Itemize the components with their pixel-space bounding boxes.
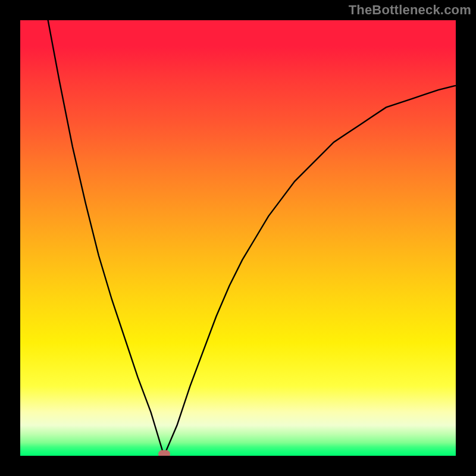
gradient-background <box>20 20 456 456</box>
plot-area <box>20 20 456 456</box>
watermark-text: TheBottleneck.com <box>349 2 471 18</box>
chart-frame: TheBottleneck.com <box>0 0 476 476</box>
